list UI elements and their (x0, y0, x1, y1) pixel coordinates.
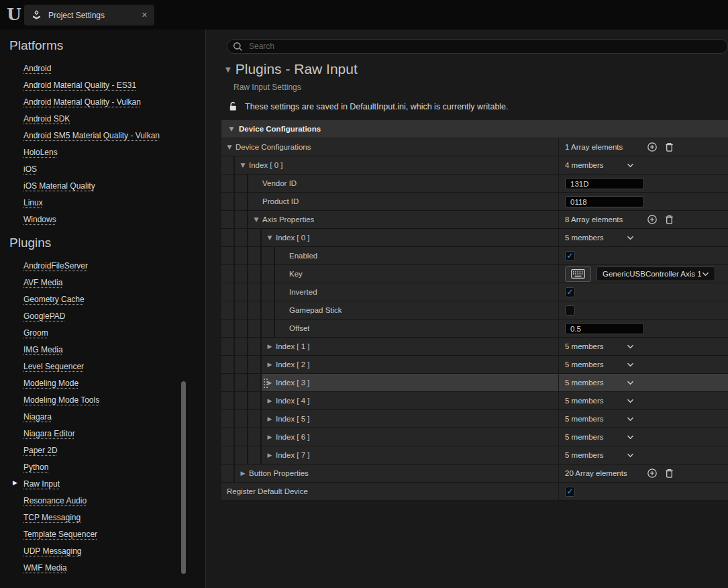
settings-row[interactable]: ▶ Index [ 6 ] 5 members (221, 428, 728, 446)
expander-icon[interactable]: ▶ (265, 343, 274, 350)
sidebar-item-groom[interactable]: ▶ Groom (0, 324, 205, 340)
sidebar-scrollbar-thumb[interactable] (181, 381, 186, 574)
section-collapse-icon[interactable]: ▼ (225, 66, 231, 73)
tab-close-icon[interactable]: ✕ (142, 11, 148, 19)
add-element-button[interactable] (647, 142, 658, 152)
sidebar-item-paper-2d[interactable]: ▶ Paper 2D (0, 441, 205, 458)
sidebar-item-label[interactable]: Paper 2D (23, 446, 58, 455)
sidebar-item-label[interactable]: Android Material Quality - Vulkan (23, 97, 141, 107)
sidebar-item-label[interactable]: Linux (23, 198, 43, 207)
settings-row[interactable]: Vendor ID 131D (221, 175, 728, 193)
settings-row[interactable]: ▶ Index [ 1 ] 5 members (221, 338, 728, 356)
sidebar-item-linux[interactable]: ▶ Linux (0, 193, 205, 210)
sidebar-item-label[interactable]: Raw Input (23, 479, 60, 489)
settings-sidebar[interactable]: Platforms ▶ Android ▶ Android Material Q… (0, 30, 205, 588)
delete-elements-button[interactable] (664, 468, 674, 479)
keyboard-button[interactable] (565, 266, 591, 282)
tab-project-settings[interactable]: Project Settings ✕ (24, 5, 154, 26)
expander-icon[interactable]: ▼ (252, 216, 261, 223)
delete-elements-button[interactable] (664, 214, 674, 225)
delete-elements-button[interactable] (664, 142, 674, 152)
sidebar-item-label[interactable]: Windows (23, 215, 56, 224)
settings-row[interactable]: ▼ Axis Properties 8 Array elements (221, 211, 728, 229)
chevron-down-icon[interactable] (627, 453, 634, 458)
expander-icon[interactable]: ▶ (238, 470, 248, 477)
category-expander-icon[interactable]: ▼ (227, 126, 236, 132)
chevron-down-icon[interactable] (627, 435, 634, 440)
sidebar-item-avf-media[interactable]: ▶ AVF Media (0, 273, 205, 290)
sidebar-item-windows[interactable]: ▶ Windows (0, 210, 205, 227)
sidebar-item-label[interactable]: Python (23, 462, 48, 472)
sidebar-item-label[interactable]: Android Material Quality - ES31 (23, 81, 136, 90)
value-checkbox[interactable] (565, 305, 575, 315)
search-bar[interactable] (227, 39, 728, 54)
expander-icon[interactable]: ▶ (265, 361, 274, 368)
value-checkbox[interactable]: ✓ (565, 287, 575, 297)
settings-row[interactable]: Offset 0.5 (221, 320, 728, 338)
sidebar-item-label[interactable]: Template Sequencer (23, 530, 97, 539)
sidebar-item-label[interactable]: UDP Messaging (23, 546, 81, 556)
settings-row[interactable]: ▼ Device Configurations 1 Array elements (221, 138, 728, 156)
settings-row[interactable]: ▶ Index [ 4 ] 5 members (221, 392, 728, 410)
sidebar-item-label[interactable]: AndroidFileServer (23, 261, 88, 271)
sidebar-item-googlepad[interactable]: ▶ GooglePAD (0, 307, 205, 324)
expander-icon[interactable]: ▼ (265, 234, 274, 241)
settings-row[interactable]: ▶ Index [ 2 ] 5 members (221, 356, 728, 374)
sidebar-item-label[interactable]: iOS (23, 164, 37, 174)
settings-row[interactable]: ▶ Index [ 3 ] 5 members (221, 374, 728, 392)
sidebar-item-template-sequencer[interactable]: ▶ Template Sequencer (0, 525, 205, 542)
settings-row[interactable]: Inverted ✓ (221, 283, 728, 301)
sidebar-item-tcp-messaging[interactable]: ▶ TCP Messaging (0, 508, 205, 525)
settings-row[interactable]: ▶ Index [ 5 ] 5 members (221, 410, 728, 428)
chevron-down-icon[interactable] (627, 362, 634, 367)
add-element-button[interactable] (647, 468, 658, 479)
sidebar-item-label[interactable]: Android SDK (23, 114, 70, 124)
settings-row[interactable]: Product ID 0118 (221, 193, 728, 211)
value-field[interactable]: 131D (565, 178, 644, 189)
chevron-down-icon[interactable] (627, 381, 634, 385)
sidebar-item-geometry-cache[interactable]: ▶ Geometry Cache (0, 290, 205, 307)
sidebar-item-label[interactable]: Modeling Mode (23, 379, 79, 388)
chevron-down-icon[interactable] (627, 344, 634, 349)
sidebar-item-niagara-editor[interactable]: ▶ Niagara Editor (0, 424, 205, 441)
settings-row[interactable]: Key (221, 265, 728, 283)
expander-icon[interactable]: ▶ (265, 434, 274, 440)
sidebar-item-android-sdk[interactable]: ▶ Android SDK (0, 109, 205, 126)
sidebar-item-label[interactable]: Niagara Editor (23, 429, 75, 438)
settings-row[interactable]: ▼ Index [ 0 ] 5 members (221, 229, 728, 247)
expander-icon[interactable]: ▼ (225, 144, 234, 150)
sidebar-item-label[interactable]: HoloLens (23, 148, 58, 157)
sidebar-item-label[interactable]: Groom (23, 328, 48, 338)
category-header-device-configurations[interactable]: ▼ Device Configurations (221, 120, 728, 138)
chevron-down-icon[interactable] (627, 417, 634, 422)
expander-icon[interactable]: ▶ (265, 397, 274, 404)
sidebar-item-label[interactable]: IMG Media (23, 345, 63, 354)
sidebar-item-wmf-media[interactable]: ▶ WMF Media (0, 558, 205, 575)
chevron-down-icon[interactable] (627, 399, 634, 403)
sidebar-item-label[interactable]: WMF Media (23, 563, 67, 573)
search-input[interactable] (248, 41, 722, 52)
sidebar-item-label[interactable]: Level Sequencer (23, 362, 84, 371)
value-checkbox[interactable]: ✓ (565, 251, 575, 261)
sidebar-item-label[interactable]: Geometry Cache (23, 295, 85, 304)
drag-handle-icon[interactable] (263, 378, 268, 388)
add-element-button[interactable] (647, 214, 658, 225)
sidebar-item-label[interactable]: Niagara (23, 412, 52, 422)
sidebar-item-ios[interactable]: ▶ iOS (0, 160, 205, 177)
sidebar-item-label[interactable]: Modeling Mode Tools (23, 395, 99, 405)
sidebar-item-label[interactable]: Android SM5 Material Quality - Vulkan (23, 131, 160, 140)
value-field[interactable]: 0.5 (565, 323, 644, 334)
sidebar-item-level-sequencer[interactable]: ▶ Level Sequencer (0, 357, 205, 374)
sidebar-item-android[interactable]: ▶ Android (0, 59, 205, 76)
sidebar-item-androidfileserver[interactable]: ▶ AndroidFileServer (0, 256, 205, 273)
value-field[interactable]: 0118 (565, 196, 644, 207)
value-checkbox[interactable]: ✓ (565, 487, 575, 497)
sidebar-item-hololens[interactable]: ▶ HoloLens (0, 143, 205, 160)
chevron-down-icon[interactable] (627, 163, 634, 168)
sidebar-item-label[interactable]: AVF Media (23, 278, 62, 287)
sidebar-item-ios-material-quality[interactable]: ▶ iOS Material Quality (0, 177, 205, 193)
settings-row[interactable]: ▶ Index [ 7 ] 5 members (221, 446, 728, 464)
expander-icon[interactable]: ▶ (265, 415, 274, 422)
key-select[interactable]: GenericUSBController Axis 1 (596, 266, 715, 281)
sidebar-item-udp-messaging[interactable]: ▶ UDP Messaging (0, 542, 205, 558)
